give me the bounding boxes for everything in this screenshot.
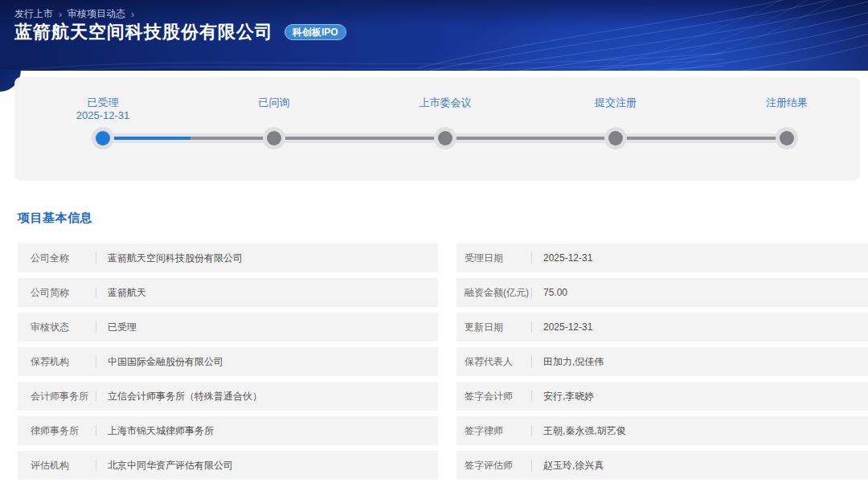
- row-label: 保荐代表人: [465, 355, 531, 369]
- row-label: 签字会计师: [465, 390, 531, 403]
- timeline-node-active: [96, 131, 110, 145]
- row-value: 立信会计师事务所（特殊普通合伙）: [108, 390, 262, 403]
- row-divider: [531, 252, 532, 264]
- info-column-left: 公司全称 蓝箭航天空间科技股份有限公司 公司简称 蓝箭航天 审核状态 已受理 保…: [18, 243, 438, 485]
- timeline-stage-accepted: 已受理 2025-12-31: [39, 77, 167, 181]
- info-row-review-status: 审核状态 已受理: [18, 313, 438, 342]
- row-value: 安行,李晓婷: [543, 390, 594, 403]
- row-label: 受理日期: [465, 252, 531, 265]
- hero-header: 发行上市 › 审核项目动态 › 蓝箭航天空间科技股份有限公司 科创板IPO: [0, 0, 868, 71]
- stage-date: 2025-12-31: [39, 109, 167, 122]
- row-value: 王朝,秦永强,胡艺俊: [543, 424, 626, 438]
- row-divider: [531, 287, 532, 298]
- timeline-node-pending: [438, 131, 452, 145]
- row-value: 蓝箭航天: [108, 286, 146, 300]
- row-label: 更新日期: [465, 321, 531, 334]
- row-divider: [96, 287, 96, 298]
- row-label: 审核状态: [31, 321, 96, 334]
- info-row-update-date: 更新日期 2025-12-31: [457, 313, 868, 342]
- timeline-stage-registration-submitted: 提交注册: [551, 77, 680, 181]
- board-ipo-badge: 科创板IPO: [285, 24, 346, 40]
- timeline-stage-inquired: 已问询: [210, 77, 338, 181]
- row-label: 评估机构: [31, 459, 96, 473]
- chevron-right-icon: ›: [59, 9, 62, 20]
- section-title-basic-info: 项目基本信息: [18, 211, 92, 226]
- info-row-company-short-name: 公司简称 蓝箭航天: [18, 278, 438, 307]
- row-label: 保荐机构: [31, 355, 96, 369]
- timeline-node-pending: [267, 131, 281, 145]
- stage-label: 上市委会议: [381, 96, 510, 109]
- row-divider: [531, 425, 532, 436]
- row-label: 融资金额(亿元): [465, 286, 531, 300]
- row-value: 2025-12-31: [543, 252, 592, 264]
- row-value: 北京中同华资产评估有限公司: [108, 459, 233, 473]
- row-value: 2025-12-31: [543, 321, 592, 333]
- info-row-signing-lawyers: 签字律师 王朝,秦永强,胡艺俊: [457, 416, 868, 445]
- breadcrumb-item-issuance[interactable]: 发行上市: [14, 7, 53, 21]
- info-row-accounting-firm: 会计师事务所 立信会计师事务所（特殊普通合伙）: [18, 382, 438, 411]
- page-title: 蓝箭航天空间科技股份有限公司: [14, 22, 273, 43]
- info-row-company-full-name: 公司全称 蓝箭航天空间科技股份有限公司: [18, 243, 438, 272]
- row-divider: [96, 252, 96, 264]
- row-divider: [96, 425, 96, 436]
- title-row: 蓝箭航天空间科技股份有限公司 科创板IPO: [14, 22, 346, 43]
- row-label: 签字律师: [465, 424, 531, 438]
- row-divider: [96, 321, 96, 333]
- row-value: 赵玉玲,徐兴真: [543, 459, 604, 473]
- chevron-right-icon: ›: [131, 9, 134, 20]
- row-value: 蓝箭航天空间科技股份有限公司: [108, 252, 243, 265]
- info-row-appraisal-institution: 评估机构 北京中同华资产评估有限公司: [18, 451, 438, 480]
- timeline-stage-committee-meeting: 上市委会议: [381, 77, 510, 181]
- row-value: 已受理: [108, 321, 137, 334]
- row-label: 律师事务所: [31, 424, 96, 438]
- hero-wave-decoration: [0, 42, 723, 71]
- info-row-financing-amount: 融资金额(亿元) 75.00: [457, 278, 868, 307]
- row-divider: [531, 460, 532, 471]
- row-value: 75.00: [543, 287, 567, 298]
- row-label: 公司简称: [31, 286, 96, 300]
- row-label: 签字评估师: [465, 459, 531, 473]
- timeline-node-pending: [608, 131, 623, 145]
- stage-label: 已受理: [39, 96, 167, 109]
- row-divider: [531, 391, 532, 402]
- row-divider: [531, 356, 532, 367]
- row-label: 会计师事务所: [31, 390, 96, 403]
- info-row-signing-accountants: 签字会计师 安行,李晓婷: [457, 382, 868, 411]
- breadcrumb: 发行上市 › 审核项目动态 ›: [14, 7, 134, 21]
- row-divider: [531, 321, 532, 333]
- row-divider: [96, 460, 96, 471]
- row-value: 中国国际金融股份有限公司: [108, 355, 223, 369]
- info-row-law-firm: 律师事务所 上海市锦天城律师事务所: [18, 416, 438, 445]
- info-row-sponsor-institution: 保荐机构 中国国际金融股份有限公司: [18, 347, 438, 376]
- info-row-sponsor-representatives: 保荐代表人 田加力,倪佳伟: [457, 347, 868, 376]
- row-divider: [96, 356, 96, 367]
- stage-label: 已问询: [210, 96, 338, 109]
- timeline-stage-registration-result: 注册结果: [723, 77, 851, 181]
- row-label: 公司全称: [31, 252, 96, 265]
- info-column-right: 受理日期 2025-12-31 融资金额(亿元) 75.00 更新日期 2025…: [457, 243, 868, 485]
- row-divider: [96, 391, 96, 402]
- stage-label: 提交注册: [551, 96, 680, 109]
- info-row-acceptance-date: 受理日期 2025-12-31: [457, 243, 868, 272]
- breadcrumb-item-review-dynamics[interactable]: 审核项目动态: [68, 7, 125, 21]
- review-progress-timeline: 已受理 2025-12-31 已问询 上市委会议 提交注册 注册结果: [14, 77, 860, 181]
- info-row-signing-appraisers: 签字评估师 赵玉玲,徐兴真: [457, 451, 868, 480]
- row-value: 上海市锦天城律师事务所: [108, 424, 214, 438]
- stage-label: 注册结果: [723, 96, 851, 109]
- row-value: 田加力,倪佳伟: [543, 355, 604, 369]
- timeline-node-pending: [780, 131, 794, 145]
